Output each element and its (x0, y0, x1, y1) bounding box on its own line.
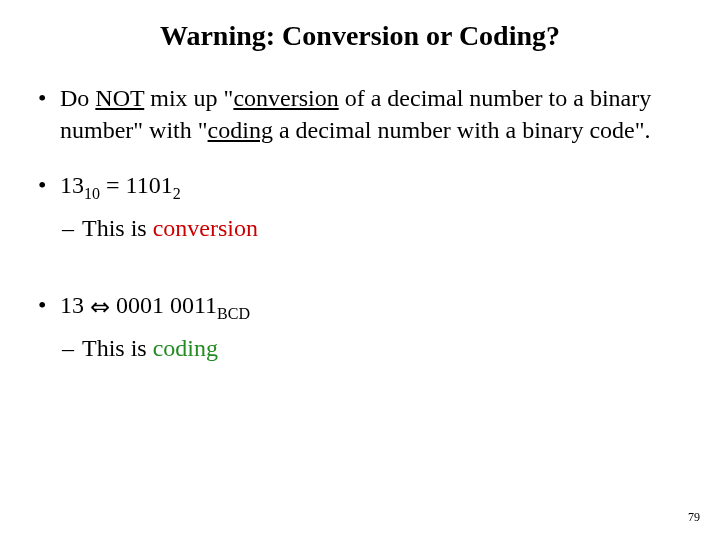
base-two: 2 (173, 185, 181, 202)
page-number: 79 (688, 510, 700, 525)
base-ten: 10 (84, 185, 100, 202)
decimal-value-2: 13 (60, 292, 84, 318)
decimal-value: 13 (60, 172, 84, 198)
text-mid1: mix up " (144, 85, 233, 111)
text-coding: coding (208, 117, 273, 143)
bcd-value: 0001 0011 (116, 292, 217, 318)
sub-conversion-label: This is conversion (30, 212, 690, 244)
text-suffix: a decimal number with a binary code". (273, 117, 651, 143)
bullet-definition: Do NOT mix up "conversion of a decimal n… (30, 82, 690, 147)
conversion-word: conversion (153, 215, 258, 241)
bullet-conversion-example: 1310 = 11012 (30, 169, 690, 204)
sub-coding-label: This is coding (30, 332, 690, 364)
binary-value: 1101 (126, 172, 173, 198)
equals-sign: = (100, 172, 126, 198)
base-bcd: BCD (217, 304, 250, 321)
sub-prefix: This is (82, 215, 153, 241)
slide-title: Warning: Conversion or Coding? (30, 20, 690, 52)
sub-prefix-2: This is (82, 335, 153, 361)
text-prefix: Do (60, 85, 95, 111)
text-conversion: conversion (233, 85, 338, 111)
coding-word: coding (153, 335, 218, 361)
bullet-coding-example: 13 ⇔ 0001 0011BCD (30, 289, 690, 324)
text-not: NOT (95, 85, 144, 111)
double-arrow-icon: ⇔ (84, 294, 116, 320)
